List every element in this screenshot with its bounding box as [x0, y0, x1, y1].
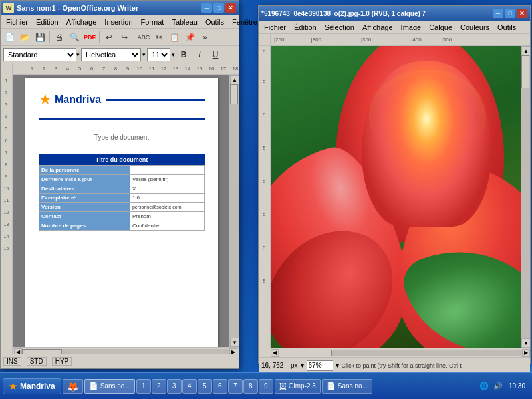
- font-select[interactable]: Helvetica: [81, 48, 141, 61]
- taskbar-item-firefox[interactable]: 🦊: [63, 379, 83, 394]
- gimp-taskbar-label: Gimp-2.3: [289, 382, 316, 390]
- g-ruler-7: 5: [263, 146, 266, 162]
- writer-menu-fichier[interactable]: Fichier: [2, 17, 32, 27]
- page-2-button[interactable]: 2: [152, 379, 166, 394]
- vscroll-up-button[interactable]: ▲: [230, 75, 239, 84]
- writer-doc-area: 1 2 3 4 5 6 7 8 9 10 11 12 13 14: [13, 63, 239, 356]
- gimp-hscroll-right[interactable]: ▶: [522, 349, 530, 357]
- writer-toolbar1: 📄 📂 💾 🖨 🔍 PDF ↩ ↪ ABC ✂ 📋 📌 »: [1, 29, 239, 46]
- gimp-menu-selection[interactable]: Sélection: [321, 22, 358, 33]
- gimp-h-ruler: |250 |300 |350 |400 |500: [271, 37, 530, 43]
- separator3: [134, 31, 134, 43]
- writer-menu-outils[interactable]: Outils: [201, 17, 228, 27]
- bold-button[interactable]: B: [176, 47, 191, 62]
- page-1-button[interactable]: 1: [136, 379, 151, 394]
- ruler-350: |350: [361, 37, 371, 43]
- row6-label: Contact: [39, 212, 130, 221]
- ruler-13: 13: [4, 219, 9, 231]
- writer-menu-format[interactable]: Format: [137, 17, 168, 27]
- writer-menu-tableau[interactable]: Tableau: [168, 17, 201, 27]
- spellcheck-button[interactable]: ABC: [136, 30, 151, 45]
- gimp-hscroll-left[interactable]: ◀: [271, 349, 279, 357]
- gimp-vscrollbar[interactable]: ▲ ▼: [521, 46, 530, 348]
- r10: 10: [134, 66, 146, 72]
- writer-menu-affichage[interactable]: Affichage: [63, 17, 101, 27]
- print-button[interactable]: 🖨: [52, 30, 66, 45]
- redo-button[interactable]: ↪: [117, 30, 132, 45]
- page-6-button[interactable]: 6: [213, 379, 227, 394]
- new-button[interactable]: 📄: [2, 30, 17, 45]
- save-button[interactable]: 💾: [33, 30, 47, 45]
- row4-value: 1.0: [130, 194, 204, 203]
- writer-menu-insertion[interactable]: Insertion: [100, 17, 136, 27]
- gimp-menu-outils[interactable]: Outils: [493, 22, 520, 33]
- page-7-button[interactable]: 7: [228, 379, 243, 394]
- page-3-button[interactable]: 3: [167, 379, 182, 394]
- tray-clock: 10:30: [506, 382, 525, 390]
- gimp-minimize-button[interactable]: ─: [493, 9, 503, 18]
- doc-title-table: Titre du document De la personne Dernièr…: [39, 154, 205, 231]
- undo-button[interactable]: ↩: [102, 30, 116, 45]
- writer-menu-fenetre[interactable]: Fenêtre: [228, 17, 261, 27]
- writer-vscrollbar[interactable]: ▲ ▼: [229, 75, 239, 347]
- copy-button[interactable]: 📋: [167, 30, 182, 45]
- separator2: [99, 31, 100, 43]
- writer-close-button[interactable]: ✕: [225, 3, 236, 13]
- gimp-menu-fichier[interactable]: Fichier: [260, 22, 290, 33]
- gimp-vscroll-up[interactable]: ▲: [521, 46, 530, 55]
- writer-app-icon: W: [3, 3, 14, 13]
- gimp-zoom-input[interactable]: [307, 360, 333, 371]
- vscroll-thumb[interactable]: [230, 84, 238, 104]
- start-button[interactable]: ★ Mandriva: [3, 378, 61, 394]
- page-9-button[interactable]: 9: [259, 379, 273, 394]
- gimp-hscroll-track[interactable]: [279, 350, 522, 356]
- writer-minimize-button[interactable]: ─: [201, 3, 212, 13]
- taskbar-item-writer2[interactable]: 📄 Sans no...: [322, 379, 372, 394]
- cut-button[interactable]: ✂: [152, 30, 166, 45]
- r7: 7: [98, 66, 110, 72]
- page-8-button[interactable]: 8: [243, 379, 258, 394]
- gimp-vscroll-thumb[interactable]: [521, 55, 529, 88]
- style-dropdown-icon: ▾: [76, 51, 80, 58]
- writer-maximize-button[interactable]: □: [213, 3, 224, 13]
- tray-volume-icon: 🔊: [492, 382, 504, 390]
- gimp-menu-affichage[interactable]: Affichage: [358, 22, 397, 33]
- ruler-4: 4: [5, 111, 8, 123]
- vscroll-down-button[interactable]: ▼: [230, 338, 239, 347]
- writer-taskbar-icon: 📄: [89, 382, 98, 390]
- vscroll-track[interactable]: [230, 84, 239, 338]
- gimp-close-button[interactable]: ✕: [517, 9, 527, 18]
- taskbar-item-gimp[interactable]: 🖼 Gimp-2.3: [275, 379, 321, 394]
- gimp-hscrollbar[interactable]: ◀ ▶: [271, 348, 530, 357]
- more-button[interactable]: »: [198, 30, 212, 45]
- font-size-select[interactable]: 11: [147, 48, 170, 61]
- gimp-hscroll-thumb[interactable]: [279, 350, 332, 356]
- page-4-button[interactable]: 4: [182, 379, 197, 394]
- taskbar-item-writer[interactable]: 📄 Sans no...: [84, 379, 135, 394]
- gimp-menu-edition[interactable]: Édition: [290, 22, 321, 33]
- writer-menu-edition[interactable]: Édition: [32, 17, 63, 27]
- style-select[interactable]: Standard: [3, 48, 76, 61]
- page-5-button[interactable]: 5: [198, 379, 212, 394]
- row4-label: Exemplaire n°: [39, 194, 130, 203]
- gimp-vscroll-track[interactable]: [521, 55, 530, 338]
- underline-button[interactable]: U: [208, 47, 223, 62]
- gimp-canvas-area[interactable]: ▲ ▼: [271, 46, 530, 348]
- logo-star-icon: ★: [39, 91, 52, 108]
- gimp-menu-calque[interactable]: Calque: [425, 22, 456, 33]
- open-button[interactable]: 📂: [17, 30, 32, 45]
- gimp-maximize-button[interactable]: □: [505, 9, 515, 18]
- pdf-button[interactable]: PDF: [82, 30, 97, 45]
- gimp-menu-image[interactable]: Image: [397, 22, 426, 33]
- start-label: Mandriva: [20, 382, 55, 391]
- size-dropdown-icon: ▾: [172, 51, 175, 58]
- italic-button[interactable]: I: [192, 47, 207, 62]
- taskbar: ★ Mandriva 🦊 📄 Sans no... 1 2 3 4 5 6 7 …: [0, 372, 532, 399]
- doc-type-label: Type de document: [39, 134, 205, 141]
- gimp-zoom-dropdown-icon: ▾: [336, 362, 339, 369]
- paste-button[interactable]: 📌: [182, 30, 197, 45]
- gimp-menu-couleurs[interactable]: Couleurs: [456, 22, 493, 33]
- preview-button[interactable]: 🔍: [67, 30, 82, 45]
- ruler-3: 3: [5, 99, 8, 111]
- gimp-vscroll-down[interactable]: ▼: [521, 338, 530, 348]
